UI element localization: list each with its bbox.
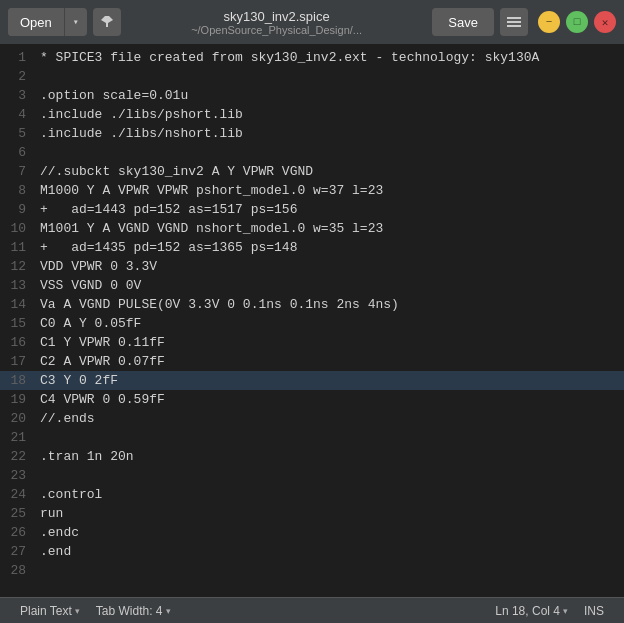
- line-content: .endc: [36, 523, 624, 542]
- table-row: 3.option scale=0.01u: [0, 86, 624, 105]
- table-row: 5.include ./libs/nshort.lib: [0, 124, 624, 143]
- table-row: 4.include ./libs/pshort.lib: [0, 105, 624, 124]
- line-content: [36, 561, 624, 580]
- table-row: 19C4 VPWR 0 0.59fF: [0, 390, 624, 409]
- pin-button[interactable]: [93, 8, 121, 36]
- line-number: 17: [0, 352, 36, 371]
- line-number: 21: [0, 428, 36, 447]
- line-content: [36, 143, 624, 162]
- table-row: 18C3 Y 0 2fF: [0, 371, 624, 390]
- line-number: 13: [0, 276, 36, 295]
- line-content: .include ./libs/pshort.lib: [36, 105, 624, 124]
- line-number: 9: [0, 200, 36, 219]
- line-content: Va A VGND PULSE(0V 3.3V 0 0.1ns 0.1ns 2n…: [36, 295, 624, 314]
- line-content: * SPICE3 file created from sky130_inv2.e…: [36, 48, 624, 67]
- table-row: 25run: [0, 504, 624, 523]
- line-number: 1: [0, 48, 36, 67]
- tab-width-selector[interactable]: Tab Width: 4 ▾: [88, 598, 179, 623]
- open-dropdown-arrow[interactable]: ▾: [65, 8, 87, 36]
- table-row: 17C2 A VPWR 0.07fF: [0, 352, 624, 371]
- line-content: C3 Y 0 2fF: [36, 371, 624, 390]
- line-content: M1001 Y A VGND VGND nshort_model.0 w=35 …: [36, 219, 624, 238]
- line-number: 4: [0, 105, 36, 124]
- table-row: 14Va A VGND PULSE(0V 3.3V 0 0.1ns 0.1ns …: [0, 295, 624, 314]
- line-content: .end: [36, 542, 624, 561]
- table-row: 1* SPICE3 file created from sky130_inv2.…: [0, 48, 624, 67]
- editor: 1* SPICE3 file created from sky130_inv2.…: [0, 44, 624, 597]
- svg-rect-1: [507, 21, 521, 23]
- table-row: 26.endc: [0, 523, 624, 542]
- line-number: 15: [0, 314, 36, 333]
- line-content: .tran 1n 20n: [36, 447, 624, 466]
- line-number: 16: [0, 333, 36, 352]
- table-row: 22.tran 1n 20n: [0, 447, 624, 466]
- line-number: 23: [0, 466, 36, 485]
- pin-icon: [100, 15, 114, 29]
- line-number: 12: [0, 257, 36, 276]
- line-number: 27: [0, 542, 36, 561]
- line-number: 19: [0, 390, 36, 409]
- line-content: //.ends: [36, 409, 624, 428]
- line-content: + ad=1435 pd=152 as=1365 ps=148: [36, 238, 624, 257]
- titlebar: Open ▾ sky130_inv2.spice ~/OpenSource_Ph…: [0, 0, 624, 44]
- line-number: 25: [0, 504, 36, 523]
- line-content: C4 VPWR 0 0.59fF: [36, 390, 624, 409]
- language-selector[interactable]: Plain Text ▾: [12, 598, 88, 623]
- open-button[interactable]: Open: [8, 8, 65, 36]
- tab-width-dropdown-arrow: ▾: [166, 606, 171, 616]
- table-row: 6: [0, 143, 624, 162]
- menu-button[interactable]: [500, 8, 528, 36]
- title-center: sky130_inv2.spice ~/OpenSource_Physical_…: [127, 9, 427, 36]
- table-row: 8M1000 Y A VPWR VPWR pshort_model.0 w=37…: [0, 181, 624, 200]
- maximize-button[interactable]: □: [566, 11, 588, 33]
- line-content: VSS VGND 0 0V: [36, 276, 624, 295]
- ins-badge: INS: [576, 604, 612, 618]
- line-content: .option scale=0.01u: [36, 86, 624, 105]
- line-number: 7: [0, 162, 36, 181]
- line-content: [36, 466, 624, 485]
- line-number: 26: [0, 523, 36, 542]
- table-row: 2: [0, 67, 624, 86]
- line-number: 14: [0, 295, 36, 314]
- cursor-position-label: Ln 18, Col 4: [495, 604, 560, 618]
- line-number: 6: [0, 143, 36, 162]
- close-button[interactable]: ✕: [594, 11, 616, 33]
- line-content: + ad=1443 pd=152 as=1517 ps=156: [36, 200, 624, 219]
- table-row: 12VDD VPWR 0 3.3V: [0, 257, 624, 276]
- line-content: run: [36, 504, 624, 523]
- line-number: 3: [0, 86, 36, 105]
- table-row: 7//.subckt sky130_inv2 A Y VPWR VGND: [0, 162, 624, 181]
- table-row: 20//.ends: [0, 409, 624, 428]
- code-area[interactable]: 1* SPICE3 file created from sky130_inv2.…: [0, 44, 624, 597]
- cursor-dropdown-arrow: ▾: [563, 606, 568, 616]
- table-row: 15C0 A Y 0.05fF: [0, 314, 624, 333]
- minimize-button[interactable]: −: [538, 11, 560, 33]
- table-row: 9+ ad=1443 pd=152 as=1517 ps=156: [0, 200, 624, 219]
- hamburger-icon: [507, 17, 521, 27]
- line-content: .include ./libs/nshort.lib: [36, 124, 624, 143]
- line-number: 22: [0, 447, 36, 466]
- save-button[interactable]: Save: [432, 8, 494, 36]
- line-content: C1 Y VPWR 0.11fF: [36, 333, 624, 352]
- line-content: M1000 Y A VPWR VPWR pshort_model.0 w=37 …: [36, 181, 624, 200]
- statusbar: Plain Text ▾ Tab Width: 4 ▾ Ln 18, Col 4…: [0, 597, 624, 623]
- filename-label: sky130_inv2.spice: [223, 9, 329, 24]
- line-content: .control: [36, 485, 624, 504]
- table-row: 21: [0, 428, 624, 447]
- line-number: 24: [0, 485, 36, 504]
- table-row: 16C1 Y VPWR 0.11fF: [0, 333, 624, 352]
- table-row: 10M1001 Y A VGND VGND nshort_model.0 w=3…: [0, 219, 624, 238]
- table-row: 28: [0, 561, 624, 580]
- language-label: Plain Text: [20, 604, 72, 618]
- cursor-position[interactable]: Ln 18, Col 4 ▾: [487, 598, 576, 623]
- table-row: 27.end: [0, 542, 624, 561]
- table-row: 23: [0, 466, 624, 485]
- language-dropdown-arrow: ▾: [75, 606, 80, 616]
- line-content: [36, 428, 624, 447]
- line-content: C0 A Y 0.05fF: [36, 314, 624, 333]
- svg-rect-0: [507, 17, 521, 19]
- tab-width-label: Tab Width: 4: [96, 604, 163, 618]
- open-button-group: Open ▾: [8, 8, 87, 36]
- line-content: C2 A VPWR 0.07fF: [36, 352, 624, 371]
- line-number: 11: [0, 238, 36, 257]
